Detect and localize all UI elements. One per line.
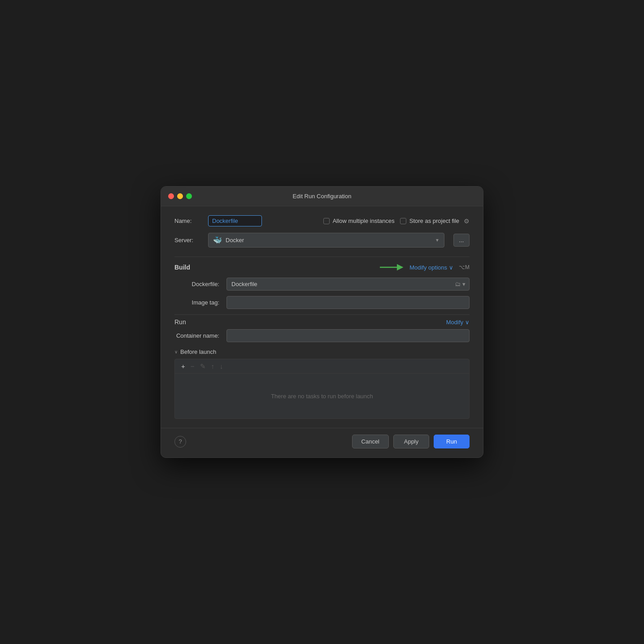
gear-icon[interactable]: ⚙ [464, 218, 470, 225]
before-launch-header: ∨ Before launch [174, 348, 470, 355]
before-launch-title: Before launch [180, 348, 216, 355]
edit-task-button[interactable]: ✎ [199, 363, 207, 370]
store-as-project-label: Store as project file [409, 218, 459, 224]
run-button[interactable]: Run [434, 435, 470, 448]
close-button[interactable] [168, 193, 174, 199]
name-row: Name: Allow multiple instances Store as … [174, 215, 470, 226]
dockerfile-row: Dockerfile: 🗂 ▾ [174, 278, 470, 291]
server-select[interactable]: 🐳 Docker ▼ [208, 233, 444, 248]
add-task-button[interactable]: + [180, 363, 186, 370]
build-section-header: Build Modify options ∨ [174, 263, 470, 271]
chevron-down-icon-modify: ∨ [449, 264, 453, 271]
server-ellipsis-button[interactable]: ... [453, 234, 470, 247]
dockerfile-input[interactable] [230, 278, 454, 290]
run-modify-button[interactable]: Modify ∨ [446, 319, 470, 326]
dialog-container: Edit Run Configuration Name: Allow multi… [161, 186, 483, 458]
move-down-button[interactable]: ↓ [219, 363, 224, 370]
allow-multiple-checkbox[interactable] [323, 218, 330, 224]
store-as-project-item: Store as project file ⚙ [400, 218, 470, 225]
before-launch-section: ∨ Before launch + − ✎ ↑ ↓ There are no t… [174, 348, 470, 419]
server-label: Server: [174, 237, 199, 244]
dialog-title: Edit Run Configuration [293, 193, 352, 200]
modify-options-label: Modify options [409, 264, 447, 271]
traffic-lights [168, 193, 192, 199]
dialog-footer: ? Cancel Apply Run [161, 428, 483, 457]
chevron-down-icon-dockerfile[interactable]: ▾ [461, 281, 466, 287]
collapse-chevron-icon[interactable]: ∨ [174, 349, 178, 354]
move-up-button[interactable]: ↑ [210, 363, 216, 370]
dockerfile-label: Dockerfile: [174, 281, 219, 287]
before-launch-toolbar: + − ✎ ↑ ↓ [175, 359, 469, 374]
title-bar: Edit Run Configuration [161, 187, 483, 206]
allow-multiple-item: Allow multiple instances [323, 218, 395, 224]
minimize-button[interactable] [177, 193, 183, 199]
help-button[interactable]: ? [174, 436, 186, 448]
checkbox-group: Allow multiple instances Store as projec… [323, 218, 470, 225]
apply-button[interactable]: Apply [393, 435, 429, 448]
run-header: Run Modify ∨ [174, 314, 470, 329]
allow-multiple-label: Allow multiple instances [333, 218, 395, 224]
before-launch-box: + − ✎ ↑ ↓ There are no tasks to run befo… [174, 359, 470, 419]
before-launch-empty-text: There are no tasks to run before launch [271, 393, 373, 400]
run-modify-chevron-icon: ∨ [465, 319, 470, 326]
build-title: Build [174, 264, 190, 271]
server-row: Server: 🐳 Docker ▼ ... [174, 233, 470, 248]
dialog-body: Name: Allow multiple instances Store as … [161, 206, 483, 428]
cancel-button[interactable]: Cancel [352, 435, 389, 448]
green-arrow-icon [379, 263, 406, 271]
server-value: Docker [226, 237, 244, 244]
image-tag-row: Image tag: [174, 296, 470, 309]
store-as-project-checkbox[interactable] [400, 218, 406, 224]
modify-options-area: Modify options ∨ ⌥M [379, 263, 470, 271]
maximize-button[interactable] [186, 193, 192, 199]
dockerfile-input-wrapper: 🗂 ▾ [226, 278, 470, 291]
docker-icon: 🐳 [213, 236, 222, 244]
server-select-inner: 🐳 Docker [213, 236, 244, 244]
before-launch-empty-state: There are no tasks to run before launch [175, 374, 469, 418]
remove-task-button[interactable]: − [190, 363, 196, 370]
arrow-svg [379, 263, 406, 271]
modify-options-button[interactable]: Modify options ∨ [409, 264, 453, 271]
run-modify-label: Modify [446, 319, 463, 326]
chevron-down-icon: ▼ [435, 238, 439, 243]
section-divider-1 [174, 257, 470, 257]
name-input[interactable] [208, 215, 262, 226]
container-name-input[interactable] [226, 329, 470, 342]
run-title: Run [174, 318, 186, 326]
container-name-label: Container name: [174, 332, 219, 339]
container-name-row: Container name: [174, 329, 470, 342]
name-label: Name: [174, 218, 199, 224]
modify-options-shortcut: ⌥M [459, 264, 470, 270]
run-section: Run Modify ∨ Container name: [174, 314, 470, 342]
folder-icon[interactable]: 🗂 [454, 281, 461, 287]
image-tag-input[interactable] [226, 296, 470, 309]
image-tag-label: Image tag: [174, 299, 219, 306]
